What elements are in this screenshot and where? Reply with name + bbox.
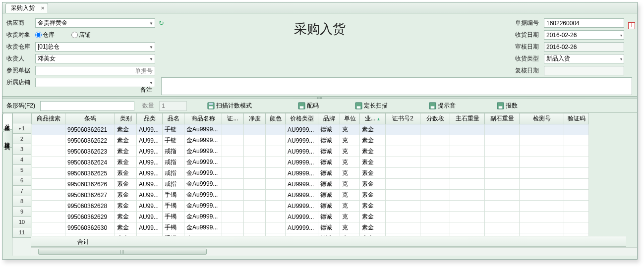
cell[interactable]: 克 — [340, 190, 360, 201]
cell[interactable] — [266, 146, 286, 157]
column-header[interactable]: 单位 — [340, 113, 360, 124]
row-number[interactable]: 7 — [12, 186, 31, 196]
cell[interactable] — [520, 157, 564, 168]
cell[interactable] — [386, 124, 420, 135]
cell[interactable] — [222, 157, 244, 168]
cell[interactable]: 戒指 — [163, 168, 184, 179]
cell[interactable] — [386, 222, 420, 233]
cell[interactable] — [32, 179, 65, 190]
cell[interactable] — [450, 168, 485, 179]
cell[interactable]: 素金 — [115, 124, 137, 135]
supplier-input[interactable] — [35, 18, 155, 28]
column-header[interactable]: 验证码 — [564, 113, 589, 124]
cell[interactable]: 戒指 — [163, 157, 184, 168]
cell[interactable]: 戒指 — [163, 179, 184, 190]
cell[interactable] — [32, 168, 65, 179]
docno-input[interactable] — [544, 18, 624, 28]
cell[interactable]: 克 — [340, 212, 360, 222]
column-header[interactable]: 品类 — [137, 113, 163, 124]
cell[interactable] — [520, 190, 564, 201]
cell[interactable]: 德诚 — [318, 190, 340, 201]
cell[interactable] — [420, 146, 450, 157]
cell[interactable]: 克 — [340, 135, 360, 146]
cell[interactable]: 金Au9999... — [184, 168, 222, 179]
cell[interactable]: 手镯 — [163, 190, 184, 201]
cell[interactable] — [450, 124, 485, 135]
tab-input-mode[interactable]: 录入模式 — [2, 113, 12, 130]
cell[interactable] — [564, 222, 589, 233]
cell[interactable] — [520, 168, 564, 179]
cell[interactable]: 金Au9999... — [184, 212, 222, 222]
column-header[interactable]: 品名 — [163, 113, 184, 124]
cell[interactable] — [386, 146, 420, 157]
cell[interactable] — [520, 212, 564, 222]
cell[interactable]: AU9999... — [286, 157, 318, 168]
cell[interactable]: AU99... — [137, 124, 163, 135]
cell[interactable]: 素金 — [360, 201, 386, 212]
cell[interactable]: AU9999... — [286, 222, 318, 233]
cell[interactable]: 克 — [340, 146, 360, 157]
cell[interactable] — [244, 168, 266, 179]
cell[interactable] — [386, 157, 420, 168]
row-number[interactable]: 11 — [12, 227, 31, 238]
cell[interactable]: 金Au9999... — [184, 135, 222, 146]
cell[interactable]: 素金 — [115, 157, 137, 168]
cell[interactable]: 克 — [340, 179, 360, 190]
cell[interactable]: 德诚 — [318, 146, 340, 157]
cell[interactable]: 克 — [340, 201, 360, 212]
cell[interactable] — [266, 135, 286, 146]
receiver-input[interactable] — [35, 54, 155, 63]
cell[interactable]: 素金 — [360, 179, 386, 190]
cell[interactable] — [222, 212, 244, 222]
cell[interactable]: AU99... — [137, 146, 163, 157]
cell[interactable] — [266, 201, 286, 212]
cell[interactable] — [450, 201, 485, 212]
tab-check-mode[interactable]: 核对模式 — [2, 131, 12, 148]
cell[interactable]: 德诚 — [318, 135, 340, 146]
cell[interactable]: 995060362624 — [65, 157, 115, 168]
cell[interactable] — [32, 201, 65, 212]
cell[interactable]: AU99... — [137, 179, 163, 190]
scan-count-button[interactable]: 扫描计数模式 — [204, 101, 255, 111]
cell[interactable] — [420, 190, 450, 201]
cell[interactable]: 素金 — [115, 212, 137, 222]
cell[interactable] — [266, 168, 286, 179]
cell[interactable] — [222, 179, 244, 190]
cell[interactable] — [485, 201, 520, 212]
column-header[interactable]: 净度 — [244, 113, 266, 124]
recv-warehouse-input[interactable] — [35, 42, 155, 52]
cell[interactable]: 995060362627 — [65, 190, 115, 201]
table-row[interactable]: 995060362626素金AU99...戒指金Au9999...AU9999.… — [32, 179, 589, 190]
cell[interactable] — [32, 222, 65, 233]
cell[interactable] — [266, 157, 286, 168]
cell[interactable]: AU99... — [137, 135, 163, 146]
cell[interactable] — [244, 179, 266, 190]
cell[interactable]: 金Au9999... — [184, 124, 222, 135]
cell[interactable] — [32, 157, 65, 168]
cell[interactable] — [244, 190, 266, 201]
row-number[interactable]: 1 — [12, 123, 31, 134]
cell[interactable] — [222, 124, 244, 135]
cell[interactable] — [420, 124, 450, 135]
cell[interactable] — [420, 179, 450, 190]
cell[interactable] — [386, 179, 420, 190]
cell[interactable]: 素金 — [360, 212, 386, 222]
cell[interactable]: 金Au9999... — [184, 222, 222, 233]
cell[interactable]: AU99... — [137, 157, 163, 168]
cell[interactable] — [244, 157, 266, 168]
row-number[interactable]: 6 — [12, 175, 31, 186]
cell[interactable] — [485, 190, 520, 201]
cell[interactable] — [564, 201, 589, 212]
shop-combo[interactable]: ▼ — [35, 78, 155, 87]
barcode-input[interactable] — [40, 101, 134, 111]
cell[interactable] — [420, 201, 450, 212]
cell[interactable]: 手镯 — [163, 212, 184, 222]
cell[interactable]: 德诚 — [318, 212, 340, 222]
cell[interactable] — [485, 168, 520, 179]
cell[interactable]: AU99... — [137, 168, 163, 179]
cell[interactable] — [564, 179, 589, 190]
cell[interactable] — [450, 146, 485, 157]
cell[interactable]: 素金 — [360, 157, 386, 168]
column-header[interactable]: 主石重量 — [450, 113, 485, 124]
shop-input[interactable] — [35, 78, 155, 87]
